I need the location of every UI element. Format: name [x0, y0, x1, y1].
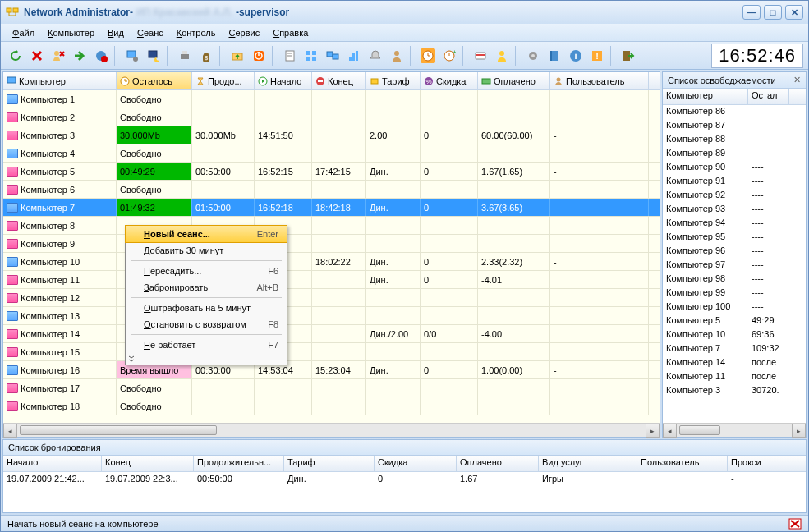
side-row[interactable]: Компьютер 88----	[663, 133, 806, 147]
side-scroll-right[interactable]: ▸	[792, 424, 806, 438]
side-row[interactable]: Компьютер 87----	[663, 119, 806, 133]
side-scroll-thumb[interactable]	[679, 425, 720, 435]
column-Компьютер[interactable]: Компьютер	[3, 72, 117, 89]
booking-col-5[interactable]: Оплачено	[457, 456, 539, 471]
table-row[interactable]: Компьютер 13	[3, 307, 660, 325]
menu-контроль[interactable]: Контроль	[172, 26, 221, 39]
ctx-Добавить 30 минут[interactable]: Добавить 30 минут	[126, 242, 287, 259]
table-row[interactable]: Компьютер 701:49:3201:50:0016:52:1818:42…	[3, 199, 660, 217]
table-row[interactable]: Компьютер 1452:39Дин./2.000/0-4.00	[3, 325, 660, 343]
table-row[interactable]: Компьютер 17Свободно	[3, 379, 660, 397]
booking-col-0[interactable]: Начало	[3, 456, 102, 471]
side-row[interactable]: Компьютер 92----	[663, 189, 806, 203]
chart-icon[interactable]	[344, 46, 364, 66]
ctx-Не работает[interactable]: Не работаетF7	[126, 337, 287, 353]
side-row[interactable]: Компьютер 7109:32	[663, 342, 806, 356]
table-row[interactable]: Компьютер 9	[3, 235, 660, 253]
menu-сеанс[interactable]: Сеанс	[132, 26, 168, 39]
ctx-Остановить с возвратом[interactable]: Остановить с возвратомF8	[126, 316, 287, 332]
side-scroll-left[interactable]: ◂	[663, 424, 677, 438]
column-Тариф[interactable]: Тариф	[366, 72, 421, 89]
ctx-Забронировать[interactable]: ЗабронироватьAlt+B	[126, 279, 287, 296]
menu-файл[interactable]: Файл	[7, 26, 39, 39]
booking-col-1[interactable]: Конец	[102, 456, 194, 471]
table-row[interactable]: Компьютер 18Свободно	[3, 397, 660, 415]
side-row[interactable]: Компьютер 95----	[663, 231, 806, 245]
person-icon[interactable]	[387, 46, 407, 66]
alarm-add-icon[interactable]: +	[439, 46, 459, 66]
booking-col-4[interactable]: Скидка	[375, 456, 457, 471]
ctx-expand-icon[interactable]	[126, 353, 287, 365]
table-row[interactable]: Компьютер 2Свободно	[3, 108, 660, 126]
column-Конец[interactable]: Конец	[312, 72, 366, 89]
side-row[interactable]: Компьютер 93----	[663, 203, 806, 217]
side-row[interactable]: Компьютер 94----	[663, 217, 806, 231]
monitors-icon[interactable]	[323, 46, 342, 66]
scroll-left-button[interactable]: ◂	[3, 424, 17, 438]
report-icon[interactable]	[280, 46, 300, 66]
column-Скидка[interactable]: %Скидка	[421, 72, 478, 89]
printer-icon[interactable]	[175, 46, 195, 66]
side-row[interactable]: Компьютер 97----	[663, 259, 806, 273]
column-Начало[interactable]: Начало	[255, 72, 312, 89]
table-row[interactable]: Компьютер 1152:19Дин.0-4.01	[3, 271, 660, 289]
ctx-Пересадить...[interactable]: Пересадить...F6	[126, 263, 287, 279]
table-row[interactable]: Компьютер 15	[3, 343, 660, 361]
globe-stop-icon[interactable]	[91, 46, 111, 66]
column-Пользователь[interactable]: Пользователь	[550, 72, 649, 89]
refresh-icon[interactable]	[6, 46, 25, 66]
side-row[interactable]: Компьютер 11после	[663, 370, 806, 384]
table-row[interactable]: Компьютер 12	[3, 289, 660, 307]
booking-col-6[interactable]: Вид услуг	[539, 456, 637, 471]
table-row[interactable]: Компьютер 500:49:2900:50:0016:52:1517:42…	[3, 163, 660, 181]
column-Оплачено[interactable]: Оплачено	[478, 72, 550, 89]
ctx-Оштрафовать на 5 минут[interactable]: Оштрафовать на 5 минут	[126, 300, 287, 316]
booking-col-8[interactable]: Прокси	[728, 456, 793, 471]
statusbar-error-icon[interactable]	[788, 518, 802, 530]
menu-справка[interactable]: Справка	[268, 26, 313, 39]
side-close-button[interactable]: ✕	[793, 75, 801, 85]
table-row[interactable]: Компьютер 1052:2218:02:22Дин.02.33(2.32)…	[3, 253, 660, 271]
menu-вид[interactable]: Вид	[103, 26, 129, 39]
side-col-computer[interactable]: Компьютер	[663, 89, 748, 104]
side-row[interactable]: Компьютер 89----	[663, 147, 806, 161]
table-row[interactable]: Компьютер 6Свободно	[3, 181, 660, 199]
side-row[interactable]: Компьютер 90----	[663, 161, 806, 175]
arrow-right-icon[interactable]	[70, 46, 90, 66]
maximize-button[interactable]: □	[764, 5, 782, 20]
scroll-right-button[interactable]: ▸	[646, 424, 660, 438]
remove-user-icon[interactable]	[48, 46, 68, 66]
ctx-Новый сеанс...[interactable]: Новый сеанс...Enter	[125, 225, 287, 243]
side-row[interactable]: Компьютер 330720.	[663, 384, 806, 398]
menu-сервис[interactable]: Сервис	[224, 26, 265, 39]
table-row[interactable]: Компьютер 1Свободно	[3, 90, 660, 108]
folder-up-icon[interactable]	[228, 46, 247, 66]
bell-icon[interactable]	[365, 46, 385, 66]
user-yellow-icon[interactable]	[492, 46, 512, 66]
side-row[interactable]: Компьютер 14после	[663, 356, 806, 370]
side-scrollbar[interactable]: ◂ ▸	[663, 423, 806, 437]
side-row[interactable]: Компьютер 86----	[663, 105, 806, 119]
card-icon[interactable]	[471, 46, 490, 66]
side-row[interactable]: Компьютер 98----	[663, 273, 806, 287]
monitor-gear-icon[interactable]	[122, 46, 142, 66]
side-row[interactable]: Компьютер 549:29	[663, 314, 806, 328]
power-icon[interactable]	[249, 46, 269, 66]
info-icon[interactable]: i	[566, 46, 586, 66]
exit-icon[interactable]	[618, 46, 638, 66]
scroll-thumb[interactable]	[20, 425, 217, 435]
side-body[interactable]: Компьютер 86----Компьютер 87----Компьюте…	[663, 105, 806, 423]
minimize-button[interactable]: —	[742, 5, 761, 20]
side-row[interactable]: Компьютер 99----	[663, 287, 806, 300]
money-bag-icon[interactable]: $	[196, 46, 216, 66]
table-row[interactable]: Компьютер 4Свободно	[3, 144, 660, 163]
table-row[interactable]: Компьютер 8	[3, 217, 660, 235]
table-row[interactable]: Компьютер 16Время вышло00:30:0014:53:041…	[3, 361, 660, 379]
table-row[interactable]: Компьютер 330.000Mb30.000Mb14:51:502.000…	[3, 126, 660, 144]
horizontal-scrollbar[interactable]: ◂ ▸	[3, 423, 660, 437]
menu-компьютер[interactable]: Компьютер	[43, 26, 99, 39]
alarm-active-icon[interactable]	[418, 46, 438, 66]
grid-icon[interactable]	[301, 46, 321, 66]
booking-row[interactable]: 19.07.2009 21:42...19.07.2009 22:3...00:…	[3, 472, 806, 487]
gear-icon[interactable]	[523, 46, 543, 66]
